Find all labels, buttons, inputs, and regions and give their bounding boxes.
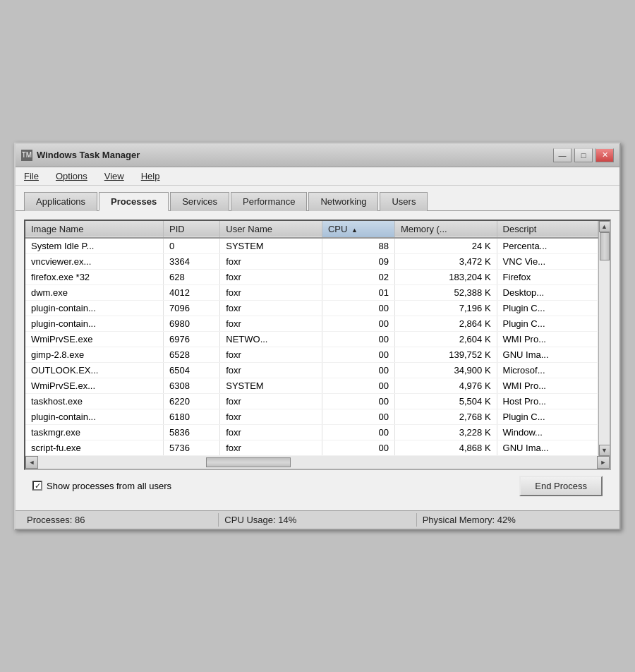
cell-memory: 34,900 K — [394, 362, 497, 378]
horiz-scroll-thumb[interactable] — [206, 457, 291, 467]
horizontal-scrollbar[interactable]: ◄ ► — [25, 456, 610, 469]
tab-networking[interactable]: Networking — [308, 192, 378, 211]
menu-options[interactable]: Options — [53, 169, 90, 183]
table-row[interactable]: taskhost.exe 6220 foxr 00 5,504 K Host P… — [25, 393, 598, 409]
menu-file[interactable]: File — [21, 169, 42, 183]
col-memory[interactable]: Memory (... — [394, 221, 497, 238]
table-row[interactable]: plugin-contain... 6180 foxr 00 2,768 K P… — [25, 409, 598, 424]
task-manager-window: TM Windows Task Manager — □ ✕ File Optio… — [14, 143, 621, 530]
status-memory: Physical Memory: 42% — [417, 513, 614, 527]
cell-user: foxr — [220, 440, 322, 455]
cell-desc: GNU Ima... — [497, 347, 598, 362]
tab-users[interactable]: Users — [380, 192, 428, 211]
table-row[interactable]: WmiPrvSE.ex... 6308 SYSTEM 00 4,976 K WM… — [25, 378, 598, 393]
cell-pid: 628 — [164, 269, 220, 284]
tab-applications[interactable]: Applications — [24, 192, 97, 211]
cell-image: WmiPrvSE.exe — [25, 331, 164, 347]
cell-memory: 5,504 K — [394, 393, 497, 409]
cell-user: foxr — [220, 409, 322, 424]
title-bar: TM Windows Task Manager — □ ✕ — [16, 144, 619, 167]
maximize-button[interactable]: □ — [574, 148, 593, 162]
table-scroll-area: Image Name PID User Name CPU — [25, 221, 610, 456]
cell-user: foxr — [220, 300, 322, 316]
table-row[interactable]: taskmgr.exe 5836 foxr 00 3,228 K Window.… — [25, 424, 598, 440]
cell-pid: 4012 — [164, 284, 220, 300]
end-process-button[interactable]: End Process — [519, 476, 603, 496]
cell-user: foxr — [220, 347, 322, 362]
tab-performance[interactable]: Performance — [231, 192, 307, 211]
table-row[interactable]: plugin-contain... 7096 foxr 00 7,196 K P… — [25, 300, 598, 316]
cell-pid: 6308 — [164, 378, 220, 393]
cell-image: plugin-contain... — [25, 300, 164, 316]
window-title: Windows Task Manager — [37, 150, 140, 160]
menu-view[interactable]: View — [102, 169, 127, 183]
table-row[interactable]: OUTLOOK.EX... 6504 foxr 00 34,900 K Micr… — [25, 362, 598, 378]
table-row[interactable]: WmiPrvSE.exe 6976 NETWO... 00 2,604 K WM… — [25, 331, 598, 347]
col-pid[interactable]: PID — [164, 221, 220, 238]
cell-cpu: 00 — [322, 362, 394, 378]
cell-image: plugin-contain... — [25, 316, 164, 331]
cell-user: foxr — [220, 393, 322, 409]
cell-user: foxr — [220, 269, 322, 284]
cell-memory: 3,228 K — [394, 424, 497, 440]
process-table: Image Name PID User Name CPU — [25, 221, 598, 456]
tab-processes[interactable]: Processes — [99, 192, 169, 211]
status-processes: Processes: 86 — [21, 513, 219, 527]
cell-pid: 6976 — [164, 331, 220, 347]
cell-desc: Desktop... — [497, 284, 598, 300]
scroll-down-button[interactable]: ▼ — [599, 445, 610, 456]
cell-image: taskmgr.exe — [25, 424, 164, 440]
cell-desc: Plugin C... — [497, 300, 598, 316]
status-bar: Processes: 86 CPU Usage: 14% Physical Me… — [16, 510, 619, 529]
table-header: Image Name PID User Name CPU — [25, 221, 598, 238]
cell-pid: 6180 — [164, 409, 220, 424]
cell-memory: 24 K — [394, 238, 497, 254]
cell-cpu: 02 — [322, 269, 394, 284]
cell-memory: 183,204 K — [394, 269, 497, 284]
scroll-track[interactable] — [599, 232, 610, 445]
table-row[interactable]: plugin-contain... 6980 foxr 00 2,864 K P… — [25, 316, 598, 331]
cell-user: foxr — [220, 253, 322, 269]
cell-user: foxr — [220, 362, 322, 378]
cell-desc: Window... — [497, 424, 598, 440]
cell-memory: 7,196 K — [394, 300, 497, 316]
menubar: File Options View Help — [16, 167, 619, 186]
col-description[interactable]: Descript — [497, 221, 598, 238]
cell-desc: Microsof... — [497, 362, 598, 378]
cell-cpu: 00 — [322, 424, 394, 440]
horiz-scroll-track[interactable] — [38, 456, 597, 469]
scroll-up-button[interactable]: ▲ — [599, 221, 610, 232]
col-image-name[interactable]: Image Name — [25, 221, 164, 238]
sort-arrow-icon: ▲ — [351, 227, 358, 234]
col-cpu[interactable]: CPU ▲ — [322, 221, 394, 238]
vertical-scrollbar[interactable]: ▲ ▼ — [598, 221, 610, 456]
cell-desc: VNC Vie... — [497, 253, 598, 269]
cell-user: NETWO... — [220, 331, 322, 347]
scroll-thumb[interactable] — [600, 232, 610, 260]
cell-desc: Firefox — [497, 269, 598, 284]
table-row[interactable]: System Idle P... 0 SYSTEM 88 24 K Percen… — [25, 238, 598, 254]
minimize-button[interactable]: — — [553, 148, 572, 162]
cell-image: dwm.exe — [25, 284, 164, 300]
scroll-right-button[interactable]: ► — [597, 456, 610, 469]
col-username[interactable]: User Name — [220, 221, 322, 238]
table-wrapper: Image Name PID User Name CPU — [25, 221, 610, 456]
cell-memory: 2,768 K — [394, 409, 497, 424]
close-button[interactable]: ✕ — [595, 148, 614, 162]
checkmark-icon: ✓ — [35, 482, 41, 490]
table-row[interactable]: dwm.exe 4012 foxr 01 52,388 K Desktop... — [25, 284, 598, 300]
table-row[interactable]: gimp-2.8.exe 6528 foxr 00 139,752 K GNU … — [25, 347, 598, 362]
show-all-processes-checkbox[interactable]: ✓ — [32, 481, 42, 491]
cell-memory: 2,864 K — [394, 316, 497, 331]
table-row[interactable]: script-fu.exe 5736 foxr 00 4,868 K GNU I… — [25, 440, 598, 455]
table-row[interactable]: firefox.exe *32 628 foxr 02 183,204 K Fi… — [25, 269, 598, 284]
tab-services[interactable]: Services — [170, 192, 229, 211]
scroll-left-button[interactable]: ◄ — [25, 456, 38, 469]
cell-memory: 4,868 K — [394, 440, 497, 455]
cell-pid: 6528 — [164, 347, 220, 362]
cell-cpu: 88 — [322, 238, 394, 254]
menu-help[interactable]: Help — [138, 169, 163, 183]
cell-memory: 3,472 K — [394, 253, 497, 269]
table-row[interactable]: vncviewer.ex... 3364 foxr 09 3,472 K VNC… — [25, 253, 598, 269]
cell-desc: Percenta... — [497, 238, 598, 254]
